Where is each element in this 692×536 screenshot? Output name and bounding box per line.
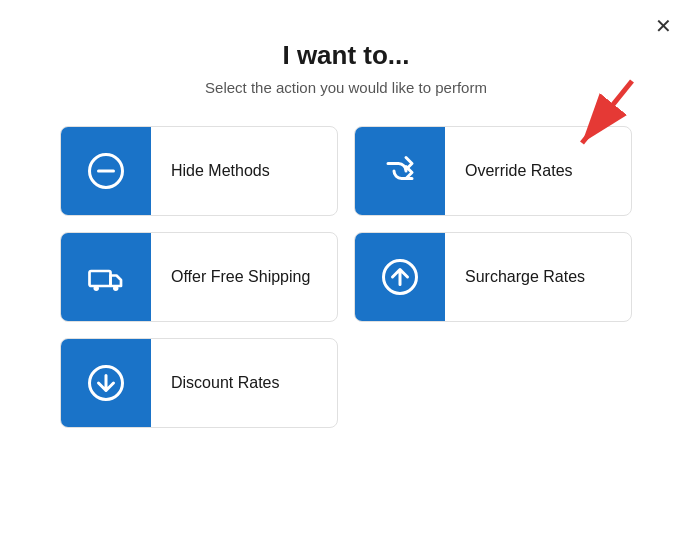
card-discount-rates[interactable]: Discount Rates — [60, 338, 338, 428]
surcharge-rates-icon-bg — [355, 233, 445, 321]
override-rates-label: Override Rates — [445, 162, 593, 180]
action-grid: Hide Methods Override Rates — [60, 126, 632, 428]
close-button[interactable]: ✕ — [655, 16, 672, 36]
svg-rect-3 — [97, 170, 115, 173]
card-override-rates[interactable]: Override Rates — [354, 126, 632, 216]
card-offer-free-shipping[interactable]: Offer Free Shipping — [60, 232, 338, 322]
discount-rates-label: Discount Rates — [151, 374, 300, 392]
svg-point-6 — [113, 286, 118, 291]
modal-dialog: ✕ I want to... Select the action you wou… — [0, 0, 692, 536]
card-surcharge-rates[interactable]: Surcharge Rates — [354, 232, 632, 322]
arrow-up-circle-icon — [382, 259, 418, 295]
svg-point-5 — [94, 286, 99, 291]
override-rates-icon-bg — [355, 127, 445, 215]
modal-subtitle: Select the action you would like to perf… — [205, 79, 487, 96]
surcharge-rates-label: Surcharge Rates — [445, 268, 605, 286]
hide-methods-label: Hide Methods — [151, 162, 290, 180]
shuffle-icon — [382, 153, 418, 189]
svg-rect-4 — [90, 271, 111, 286]
hide-methods-icon-bg — [61, 127, 151, 215]
truck-icon — [88, 259, 124, 295]
offer-free-shipping-icon-bg — [61, 233, 151, 321]
modal-title: I want to... — [282, 40, 409, 71]
card-hide-methods[interactable]: Hide Methods — [60, 126, 338, 216]
discount-rates-icon-bg — [61, 339, 151, 427]
arrow-down-circle-icon — [88, 365, 124, 401]
offer-free-shipping-label: Offer Free Shipping — [151, 268, 330, 286]
minus-icon — [88, 153, 124, 189]
